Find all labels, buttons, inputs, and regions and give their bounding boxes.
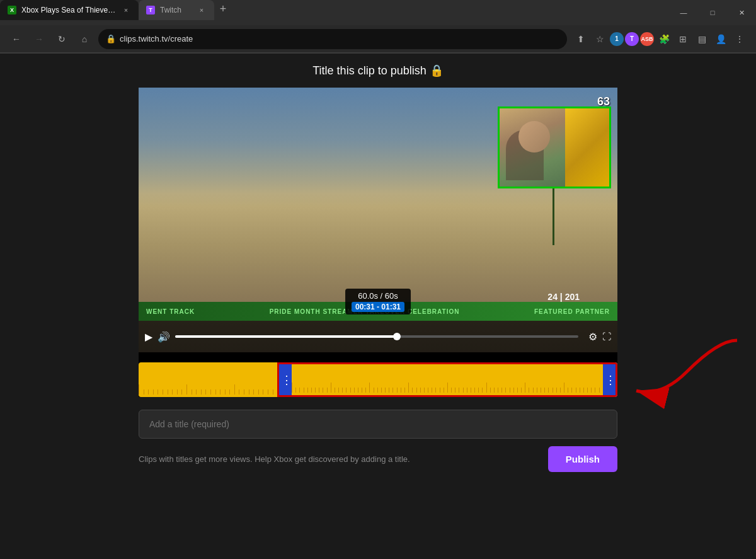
tab-xbox-close[interactable]: × — [121, 5, 131, 15]
tab-twitch-label: Twitch — [160, 6, 192, 14]
ext-icon-1[interactable]: 1 — [610, 32, 624, 46]
forward-button[interactable]: → — [30, 30, 48, 48]
volume-button[interactable]: 🔊 — [158, 331, 170, 343]
face-area — [518, 121, 550, 153]
video-duration: 60.0s / 60s — [352, 291, 404, 301]
back-button[interactable]: ← — [8, 30, 25, 48]
profile-icon[interactable]: 👤 — [712, 30, 730, 48]
twitch-favicon: T — [146, 6, 155, 14]
home-button[interactable]: ⌂ — [76, 30, 93, 48]
publish-hint: Clips with titles get more views. Help X… — [139, 454, 410, 464]
ext-icon-3[interactable]: ASB — [640, 32, 654, 46]
new-tab-button[interactable]: + — [214, 0, 232, 18]
sidebar-icon[interactable]: ▤ — [693, 30, 711, 48]
tab-bar: X Xbox Plays Sea of Thieves - The... × T… — [0, 0, 756, 25]
title-section: Clips with titles get more views. Help X… — [139, 410, 617, 472]
progress-bar[interactable] — [175, 335, 578, 338]
clip-selection[interactable]: ⋮ for(let i=0; i<80; i++) { document.wri… — [277, 362, 617, 397]
banner-left: WENT TRACK — [146, 308, 195, 315]
clip-range: 00:31 - 01:31 — [352, 302, 404, 312]
page-content: Title this clip to publish 🔒 63 — [0, 54, 756, 559]
menu-icon[interactable]: ⋮ — [731, 30, 748, 48]
webcam-overlay — [498, 107, 611, 188]
url-bar[interactable]: 🔒 clips.twitch.tv/create — [98, 29, 567, 49]
page-title: Title this clip to publish 🔒 — [312, 64, 443, 78]
tab-twitch[interactable]: T Twitch × — [139, 0, 214, 20]
fullscreen-button[interactable]: ⛶ — [602, 331, 611, 342]
clip-inner: for(let i=0; i<80; i++) { document.write… — [292, 364, 603, 395]
tab-twitch-close[interactable]: × — [197, 5, 207, 15]
video-frame[interactable]: 63 24 | 201 WENT TRACK PRIDE MONTH STREA… — [139, 88, 617, 352]
browser-chrome: X Xbox Plays Sea of Thieves - The... × T… — [0, 0, 756, 54]
play-button[interactable]: ▶ — [145, 331, 152, 343]
progress-thumb[interactable] — [393, 333, 401, 340]
hud-ammo: 24 | 201 — [547, 292, 580, 302]
xbox-favicon: X — [8, 6, 16, 14]
video-container: 63 24 | 201 WENT TRACK PRIDE MONTH STREA… — [139, 88, 617, 397]
share-icon[interactable]: ⬆ — [572, 30, 590, 48]
gaming-chair — [565, 108, 609, 188]
maximize-button[interactable]: □ — [698, 0, 727, 25]
progress-fill — [175, 335, 397, 338]
title-input[interactable] — [139, 410, 617, 439]
tab-xbox[interactable]: X Xbox Plays Sea of Thieves - The... × — [0, 0, 139, 20]
refresh-button[interactable]: ↻ — [53, 30, 71, 48]
settings-button[interactable]: ⚙ — [588, 331, 597, 343]
split-view-icon[interactable]: ⊞ — [674, 30, 692, 48]
timeline-track[interactable]: // Generate tick marks inline for(let i=… — [139, 362, 617, 397]
toolbar-icons: ⬆ ☆ 1 T ASB 🧩 ⊞ ▤ 👤 ⋮ — [572, 30, 748, 48]
publish-row: Clips with titles get more views. Help X… — [139, 446, 617, 472]
time-display: 60.0s / 60s 00:31 - 01:31 — [345, 289, 411, 314]
tab-xbox-label: Xbox Plays Sea of Thieves - The... — [21, 6, 116, 14]
bookmark-icon[interactable]: ☆ — [591, 30, 609, 48]
red-arrow-svg — [624, 334, 750, 410]
extensions-icon[interactable]: 🧩 — [655, 30, 673, 48]
timeline-container: // Generate tick marks inline for(let i=… — [139, 362, 617, 397]
clip-right-handle[interactable]: ⋮ — [603, 364, 616, 395]
banner-right: FEATURED PARTNER — [534, 308, 610, 315]
publish-button[interactable]: Publish — [548, 446, 617, 472]
clip-left-handle[interactable]: ⋮ — [279, 364, 292, 395]
video-controls: ▶ 🔊 ⚙ ⛶ — [139, 321, 617, 352]
close-button[interactable]: ✕ — [727, 0, 756, 25]
ext-icon-2[interactable]: T — [625, 32, 639, 46]
url-text: clips.twitch.tv/create — [120, 34, 193, 43]
page-title-text: Title this clip to publish 🔒 — [312, 64, 443, 78]
address-bar: ← → ↻ ⌂ 🔒 clips.twitch.tv/create ⬆ ☆ 1 T… — [0, 25, 756, 53]
minimize-button[interactable]: — — [669, 0, 698, 25]
